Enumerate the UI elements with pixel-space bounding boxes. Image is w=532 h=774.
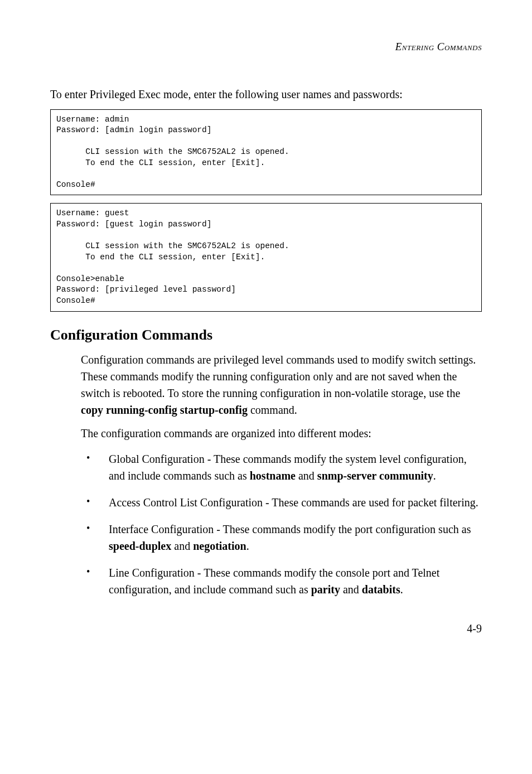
list-item: Global Configuration - These commands mo…	[81, 451, 482, 484]
running-header: Entering Commands	[50, 39, 482, 55]
text-run: .	[400, 583, 403, 596]
bold-command: speed-duplex	[109, 540, 171, 552]
config-paragraph-1: Configuration commands are privileged le…	[81, 351, 482, 418]
bold-command: databits	[362, 583, 400, 596]
code-block-guest: Username: guest Password: [guest login p…	[50, 203, 482, 311]
text-run: command.	[248, 404, 297, 416]
text-run: and	[171, 540, 193, 552]
page-number: 4-9	[50, 620, 482, 637]
text-run: and	[340, 583, 362, 596]
bold-command: hostname	[250, 470, 296, 482]
text-run: .	[246, 540, 249, 552]
text-run: and	[296, 470, 317, 482]
bold-command: parity	[311, 583, 340, 596]
list-item: Line Configuration - These commands modi…	[81, 564, 482, 598]
config-paragraph-2: The configuration commands are organized…	[81, 425, 482, 442]
bold-command: copy running-config startup-config	[81, 404, 248, 416]
bold-command: snmp-server community	[317, 470, 433, 482]
text-run: Interface Configuration - These commands…	[109, 523, 471, 535]
bold-command: negotiation	[193, 540, 246, 552]
config-modes-list: Global Configuration - These commands mo…	[81, 451, 482, 598]
configuration-commands-heading: Configuration Commands	[50, 324, 482, 346]
intro-paragraph: To enter Privileged Exec mode, enter the…	[50, 86, 482, 103]
list-item: Interface Configuration - These commands…	[81, 521, 482, 554]
text-run: Configuration commands are privileged le…	[81, 354, 476, 399]
text-run: .	[433, 470, 436, 482]
list-item: Access Control List Configuration - Thes…	[81, 494, 482, 511]
text-run: Access Control List Configuration - Thes…	[109, 496, 478, 509]
code-block-admin: Username: admin Password: [admin login p…	[50, 109, 482, 196]
